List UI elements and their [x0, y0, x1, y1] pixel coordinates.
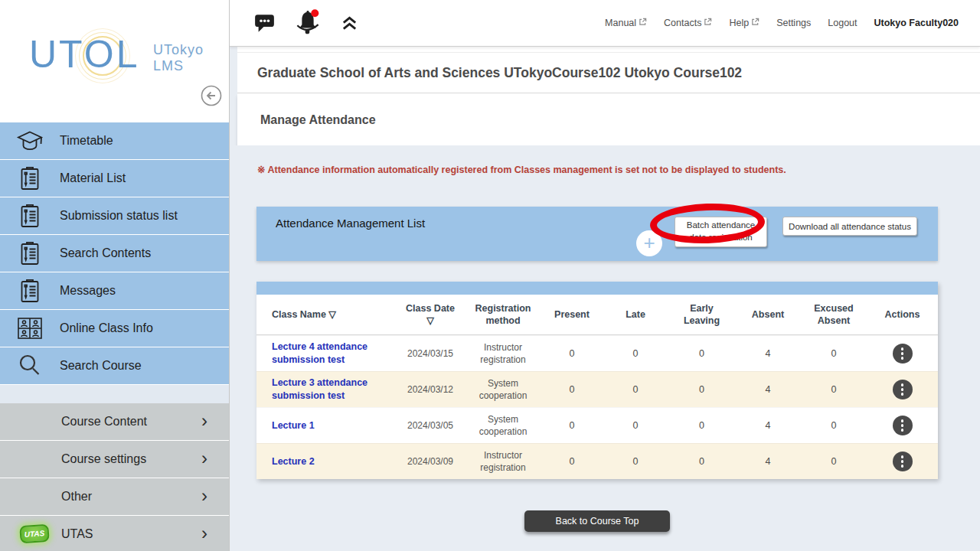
sidebar-item-label: Material List: [60, 171, 126, 185]
column-header-line: Actions: [885, 308, 920, 321]
sidebar-item-label: Online Class Info: [60, 321, 153, 335]
column-header-line: ▽: [426, 315, 434, 327]
column-header-line: Absent: [752, 308, 784, 321]
topbar-icons: [254, 9, 358, 37]
registration-method-cell: Instructor registration: [465, 449, 541, 474]
chat-icon[interactable]: [254, 13, 275, 33]
sidebar-item-search-contents[interactable]: Search Contents: [0, 235, 229, 272]
column-header: Present: [541, 295, 603, 334]
add-attendance-button[interactable]: +: [636, 230, 662, 256]
column-header[interactable]: Class Name ▽: [256, 295, 396, 334]
actions-cell: [867, 380, 938, 399]
kebab-menu-icon[interactable]: [893, 380, 913, 399]
registration-method-cell: System cooperation: [465, 377, 541, 402]
column-header[interactable]: Class Date▽: [396, 295, 465, 334]
sidebar-divider: [0, 385, 229, 403]
registration-method-cell: Instructor registration: [465, 341, 541, 366]
registration-method-cell: System cooperation: [465, 413, 541, 438]
class-name-link[interactable]: Lecture 4 attendance submission test: [272, 341, 368, 365]
class-name-link[interactable]: Lecture 3 attendance submission test: [272, 377, 368, 401]
sidebar-collapse-button[interactable]: [200, 86, 223, 109]
chevron-right-icon: ›: [201, 410, 207, 432]
username[interactable]: Utokyo Faculty020: [874, 18, 959, 28]
main-content: ※ Attendance information automatically r…: [230, 145, 980, 551]
circle-left-arrow-icon: [200, 84, 223, 110]
column-header: Actions: [867, 295, 938, 334]
sidebar-item-course-settings[interactable]: Course settings ›: [0, 441, 229, 478]
chevron-right-icon: ›: [201, 448, 207, 469]
sidebar-item-label: Other: [61, 490, 92, 504]
attendance-management-panel: Attendance Management List + Batch atten…: [256, 207, 938, 261]
sidebar-item-label: Course Content: [61, 415, 147, 429]
late-cell: 0: [603, 347, 668, 360]
kebab-menu-icon[interactable]: [893, 416, 913, 435]
topbar-link-help[interactable]: Help: [729, 18, 760, 28]
sidebar-item-other[interactable]: Other ›: [0, 478, 229, 515]
sidebar-item-label: Submission status list: [60, 209, 178, 223]
back-to-course-top-button[interactable]: Back to Course Top: [524, 510, 670, 532]
sidebar-item-label: Timetable: [60, 134, 113, 148]
column-header-line: Leaving: [684, 315, 720, 327]
column-header-line: Class Name ▽: [272, 308, 336, 321]
class-name-cell: Lecture 1: [256, 419, 396, 432]
sidebar-item-label: Search Contents: [60, 246, 151, 260]
early-leaving-cell: 0: [668, 455, 735, 468]
early-leaving-cell: 0: [668, 419, 735, 432]
sidebar-item-label: UTAS: [61, 527, 93, 541]
class-date-cell: 2024/03/12: [396, 383, 465, 396]
topbar-nav: Manual Contacts Help Setti: [605, 18, 959, 28]
notification-bell-icon[interactable]: [295, 9, 321, 37]
page-title: Manage Attendance: [260, 113, 376, 127]
sidebar-item-material-list[interactable]: Material List: [0, 160, 229, 197]
clipboard-icon: [0, 203, 60, 229]
plus-icon: +: [643, 233, 655, 253]
external-link-icon: [704, 18, 712, 28]
chevron-right-icon: ›: [201, 485, 207, 507]
sidebar-item-online-class-info[interactable]: Online Class Info: [0, 310, 229, 347]
class-date-cell: 2024/03/09: [396, 455, 465, 468]
collapse-chevrons-icon[interactable]: [341, 15, 358, 32]
sidebar-item-search-course[interactable]: Search Course: [0, 347, 229, 384]
early-leaving-cell: 0: [668, 347, 735, 360]
topbar-link-contacts[interactable]: Contacts: [664, 18, 712, 28]
sidebar-item-utas[interactable]: UTAS UTAS ›: [0, 516, 229, 551]
external-link-icon: [639, 18, 647, 28]
sidebar-item-messages[interactable]: Messages: [0, 272, 229, 309]
sidebar: UTOL UTokyo LMS Timetable Material List …: [0, 0, 230, 551]
class-date-cell: 2024/03/15: [396, 347, 465, 360]
content-left-strip: [230, 47, 237, 145]
class-name-link[interactable]: Lecture 1: [272, 420, 315, 431]
course-title-bar: Graduate School of Arts and Sciences UTo…: [237, 52, 980, 93]
class-name-link[interactable]: Lecture 2: [272, 456, 315, 467]
sidebar-item-submission-status-list[interactable]: Submission status list: [0, 197, 229, 234]
logo-subtitle-line1: UTokyo: [153, 42, 204, 58]
graduation-cap-icon: [0, 129, 60, 153]
sidebar-item-label: Course settings: [61, 452, 146, 466]
topbar-link-manual[interactable]: Manual: [605, 18, 647, 28]
absent-cell: 4: [735, 383, 801, 396]
column-header-line: Present: [554, 308, 590, 321]
panel-title: Attendance Management List: [276, 217, 425, 230]
topbar-link-settings[interactable]: Settings: [776, 18, 811, 28]
sidebar-primary-menu: Timetable Material List Submission statu…: [0, 122, 229, 384]
late-cell: 0: [603, 419, 668, 432]
late-cell: 0: [603, 455, 668, 468]
logo-subtitle-line2: LMS: [153, 58, 204, 74]
column-header: Absent: [735, 295, 801, 334]
utol-logo: UTOL: [29, 32, 139, 77]
kebab-menu-icon[interactable]: [893, 344, 913, 364]
column-header-line: method: [485, 315, 520, 327]
sidebar-item-timetable[interactable]: Timetable: [0, 122, 229, 159]
download-all-attendance-button[interactable]: Download all attendance status: [782, 217, 917, 236]
batch-attendance-registration-button[interactable]: Batch attendance data registration: [675, 217, 767, 247]
logo-area: UTOL UTokyo LMS: [0, 0, 229, 122]
sidebar-item-course-content[interactable]: Course Content ›: [0, 403, 229, 440]
sidebar-item-label: Messages: [60, 284, 116, 298]
kebab-menu-icon[interactable]: [893, 452, 913, 471]
late-cell: 0: [603, 383, 668, 396]
column-header: EarlyLeaving: [668, 295, 735, 334]
actions-cell: [867, 344, 938, 364]
topbar-link-logout[interactable]: Logout: [828, 18, 857, 28]
actions-cell: [867, 416, 938, 435]
attendance-table-header: Class Name ▽Class Date▽Registrationmetho…: [256, 295, 938, 335]
